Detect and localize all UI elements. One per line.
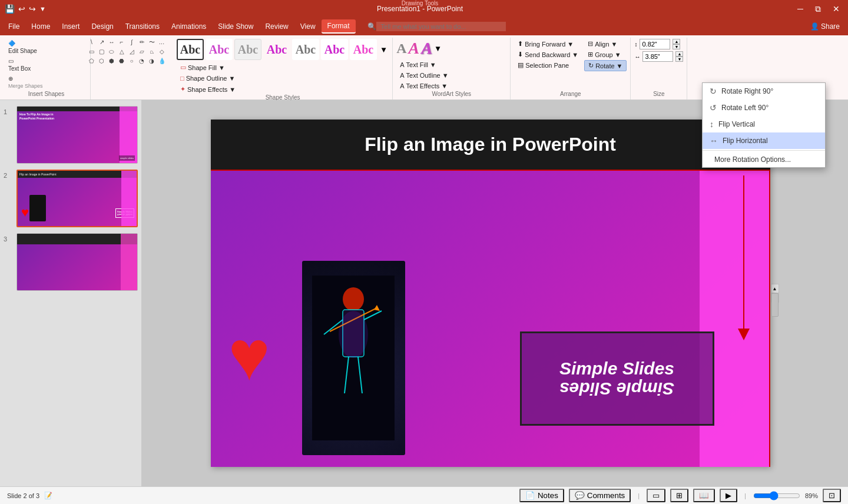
comments-btn[interactable]: 💬 Comments <box>569 489 631 502</box>
shape-rect[interactable]: ▭ <box>87 47 96 56</box>
shape-trapezoid[interactable]: ⏢ <box>147 47 156 56</box>
text-effects-dropdown[interactable]: ▼ <box>441 82 448 89</box>
shape-rrect[interactable]: ▢ <box>97 47 106 56</box>
text-outline-dropdown[interactable]: ▼ <box>442 72 449 79</box>
slide-canvas[interactable]: Flip an Image in PowerPoint ♥ <box>211 120 770 467</box>
height-up-btn[interactable]: ▲ <box>673 39 680 44</box>
shape-connector[interactable]: ⌐ <box>117 38 126 47</box>
rotate-right-90-item[interactable]: ↻ Rotate Right 90° <box>703 83 825 100</box>
height-down-btn[interactable]: ▼ <box>673 44 680 49</box>
menu-design[interactable]: Design <box>85 20 119 33</box>
menu-transitions[interactable]: Transitions <box>120 20 165 33</box>
flip-vertical-item[interactable]: ↕ Flip Vertical <box>703 116 825 132</box>
width-up-btn[interactable]: ▲ <box>675 51 683 57</box>
shape-fill-btn[interactable]: ▭ Shape Fill ▼ <box>177 62 239 72</box>
normal-view-btn[interactable]: ▭ <box>647 489 665 502</box>
text-effects-btn[interactable]: A Text Effects ▼ <box>396 81 452 91</box>
shape-style-2[interactable]: Abc <box>206 39 233 60</box>
slide-textbox[interactable]: Simple Slides Simple Slides <box>520 331 714 426</box>
shape-heptagon[interactable]: ⬢ <box>107 57 116 65</box>
bring-forward-btn[interactable]: ⬆ Bring Forward ▼ <box>514 39 582 49</box>
menu-insert[interactable]: Insert <box>56 20 85 33</box>
menu-review[interactable]: Review <box>259 20 294 33</box>
merge-shapes-btn[interactable]: ⊕ Merge Shapes <box>6 74 45 90</box>
shape-doublearrow[interactable]: ↔ <box>107 38 116 47</box>
shape-styles-more-btn[interactable]: ▼ <box>379 44 389 55</box>
shape-style-1[interactable]: Abc <box>177 39 204 60</box>
restore-btn[interactable]: ⧉ <box>811 3 824 15</box>
search-input[interactable] <box>376 22 506 31</box>
shape-curve[interactable]: ∫ <box>127 38 136 47</box>
close-btn[interactable]: ✕ <box>829 3 843 15</box>
menu-file[interactable]: File <box>2 20 25 33</box>
shape-more[interactable]: … <box>157 38 166 47</box>
shape-outline-dropdown[interactable]: ▼ <box>228 75 235 82</box>
width-down-btn[interactable]: ▼ <box>675 57 683 62</box>
width-input[interactable] <box>642 51 673 62</box>
share-button[interactable]: 👤 Share <box>804 20 846 33</box>
save-icon[interactable]: 💾 <box>5 4 15 14</box>
menu-slideshow[interactable]: Slide Show <box>212 20 259 33</box>
shape-style-3[interactable]: Abc <box>234 39 261 60</box>
edit-shape-btn[interactable]: 🔷 Edit Shape <box>6 39 39 55</box>
shape-style-6[interactable]: Abc <box>321 39 348 60</box>
shape-scribble[interactable]: 〜 <box>147 38 156 47</box>
shape-style-5[interactable]: Abc <box>292 39 319 60</box>
wordart-more-btn[interactable]: ▼ <box>434 44 442 53</box>
shape-rtriangle[interactable]: ◿ <box>127 47 136 56</box>
slide-preview-2[interactable]: Flip an Image in PowerPoint ♥ Simple Sli… <box>16 170 138 227</box>
shape-outline-btn[interactable]: □ Shape Outline ▼ <box>177 74 239 83</box>
shape-pentagon[interactable]: ⬠ <box>87 57 96 65</box>
shape-teardrop[interactable]: 💧 <box>157 57 166 65</box>
slide-thumb-3[interactable]: 3 <box>2 232 139 292</box>
customize-icon[interactable]: ▼ <box>39 5 46 12</box>
shape-chord[interactable]: ◑ <box>147 57 156 65</box>
rotate-dropdown-arrow[interactable]: ▼ <box>617 62 623 69</box>
scroll-up-btn[interactable]: ▲ <box>771 284 779 293</box>
text-fill-dropdown[interactable]: ▼ <box>430 61 436 68</box>
menu-animations[interactable]: Animations <box>165 20 212 33</box>
height-input[interactable] <box>640 39 670 49</box>
flip-horizontal-item[interactable]: ↔ Flip Horizontal <box>703 132 825 149</box>
send-backward-btn[interactable]: ⬇ Send Backward ▼ <box>514 49 582 59</box>
shape-fill-dropdown[interactable]: ▼ <box>218 64 225 71</box>
slide-thumb-2[interactable]: 2 Flip an Image in PowerPoint ♥ Simple S… <box>2 168 139 228</box>
shape-oval[interactable]: ⬭ <box>107 47 116 56</box>
shape-style-7[interactable]: Abc <box>350 39 377 60</box>
shape-effects-btn[interactable]: ✦ Shape Effects ▼ <box>177 84 239 94</box>
more-rotation-item[interactable]: More Rotation Options... <box>703 152 825 167</box>
align-btn[interactable]: ⊟ Align ▼ <box>584 39 627 49</box>
shape-parallelogram[interactable]: ▱ <box>137 47 146 56</box>
shape-triangle[interactable]: △ <box>117 47 126 56</box>
shape-effects-dropdown[interactable]: ▼ <box>229 86 236 93</box>
rotate-btn[interactable]: ↻ Rotate ▼ <box>584 60 627 71</box>
rotate-left-90-item[interactable]: ↺ Rotate Left 90° <box>703 100 825 116</box>
menu-view[interactable]: View <box>294 20 322 33</box>
shape-diamond[interactable]: ◇ <box>157 47 166 56</box>
send-backward-dropdown[interactable]: ▼ <box>572 51 578 58</box>
shape-decagon[interactable]: ○ <box>127 57 136 65</box>
scroll-thumb[interactable] <box>771 293 779 317</box>
shape-arrow[interactable]: ↗ <box>97 38 106 47</box>
bring-forward-dropdown[interactable]: ▼ <box>567 41 574 48</box>
reading-view-btn[interactable]: 📖 <box>693 489 715 502</box>
shape-freeform[interactable]: ✏ <box>137 38 146 47</box>
slide-preview-3[interactable] <box>16 233 138 291</box>
wordart-a3[interactable]: A <box>421 39 432 58</box>
shape-octagon[interactable]: ⬣ <box>117 57 126 65</box>
undo-icon[interactable]: ↩ <box>18 4 25 14</box>
text-fill-btn[interactable]: A Text Fill ▼ <box>396 60 452 69</box>
text-outline-btn[interactable]: A Text Outline ▼ <box>396 71 452 80</box>
slide-preview-1[interactable]: How To Flip An Image inPowerPoint Presen… <box>16 106 138 164</box>
shape-line[interactable]: \ <box>87 38 96 47</box>
minimize-btn[interactable]: ─ <box>794 3 807 15</box>
text-box-btn[interactable]: ▭ Text Box <box>6 57 33 73</box>
wordart-a1[interactable]: A <box>396 41 406 57</box>
wordart-a2[interactable]: A <box>409 39 420 58</box>
notes-btn[interactable]: 📄 Notes <box>519 489 564 502</box>
slide-sorter-btn[interactable]: ⊞ <box>670 489 688 502</box>
fit-slide-btn[interactable]: ⊡ <box>823 489 841 502</box>
shape-hexagon[interactable]: ⬡ <box>97 57 106 65</box>
shape-style-4[interactable]: Abc <box>263 39 290 60</box>
menu-home[interactable]: Home <box>25 20 56 33</box>
